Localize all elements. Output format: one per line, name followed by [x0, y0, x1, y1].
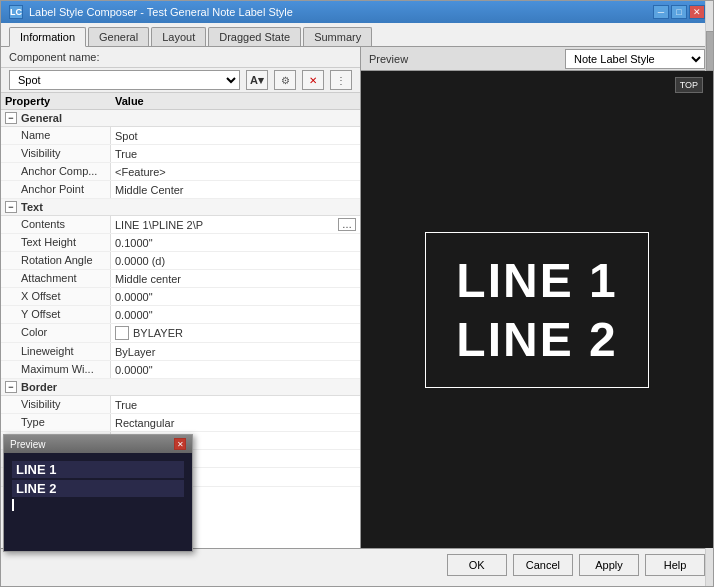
row-type-border: Type Rectangular [1, 414, 360, 432]
color-checkbox-text[interactable] [115, 326, 129, 340]
maximize-button[interactable]: □ [671, 5, 687, 19]
val-text-height[interactable]: 0.1000" [111, 234, 360, 251]
bottom-panel: OK Cancel Apply Help [1, 548, 713, 580]
tab-layout[interactable]: Layout [151, 27, 206, 46]
more-button[interactable]: ⋮ [330, 70, 352, 90]
prop-attachment: Attachment [1, 270, 111, 287]
right-panel: Preview Note Label Style TOP LINE 1 LINE… [361, 47, 713, 548]
component-name-label: Component name: [9, 51, 100, 63]
val-anchor-comp[interactable]: <Feature> [111, 163, 360, 180]
prop-visibility-border: Visibility [1, 396, 111, 413]
ellipsis-btn[interactable]: … [338, 218, 356, 231]
preview-top-label: TOP [675, 77, 703, 93]
row-name: Name Spot [1, 127, 360, 145]
val-contents[interactable]: LINE 1\PLINE 2\P … [111, 216, 360, 233]
text-style-button[interactable]: A▾ [246, 70, 268, 90]
prop-text-height: Text Height [1, 234, 111, 251]
prop-rotation-angle: Rotation Angle [1, 252, 111, 269]
title-bar-left: LC Label Style Composer - Test General N… [9, 5, 293, 19]
expand-text-icon: − [5, 201, 17, 213]
window-title: Label Style Composer - Test General Note… [29, 6, 293, 18]
prop-contents: Contents [1, 216, 111, 233]
preview-canvas: TOP LINE 1 LINE 2 [361, 71, 713, 548]
mini-title-bar: Preview ✕ [4, 435, 192, 453]
val-visibility-border[interactable]: True [111, 396, 360, 413]
val-visibility-gen[interactable]: True [111, 145, 360, 162]
title-controls: ─ □ ✕ [653, 5, 705, 19]
prop-anchor-comp: Anchor Comp... [1, 163, 111, 180]
val-max-width[interactable]: 0.0000" [111, 361, 360, 378]
help-button[interactable]: Help [645, 554, 705, 576]
group-border[interactable]: − Border [1, 379, 360, 396]
val-rotation-angle[interactable]: 0.0000 (d) [111, 252, 360, 269]
mini-line-2: LINE 2 [12, 480, 184, 497]
expand-general-icon: − [5, 112, 17, 124]
tab-summary[interactable]: Summary [303, 27, 372, 46]
val-name[interactable]: Spot [111, 127, 360, 144]
row-lineweight: Lineweight ByLayer [1, 343, 360, 361]
settings-button[interactable]: ⚙ [274, 70, 296, 90]
mini-close-button[interactable]: ✕ [174, 438, 186, 450]
delete-button[interactable]: ✕ [302, 70, 324, 90]
val-y-offset[interactable]: 0.0000" [111, 306, 360, 323]
mini-preview-lines: LINE 1 LINE 2 [4, 453, 192, 519]
prop-name: Name [1, 127, 111, 144]
preview-line-1: LINE 1 [456, 253, 617, 308]
row-anchor-comp: Anchor Comp... <Feature> [1, 163, 360, 181]
row-y-offset: Y Offset 0.0000" [1, 306, 360, 324]
row-text-height: Text Height 0.1000" [1, 234, 360, 252]
group-general[interactable]: − General [1, 110, 360, 127]
row-color-text: Color BYLAYER [1, 324, 360, 343]
row-rotation-angle: Rotation Angle 0.0000 (d) [1, 252, 360, 270]
group-general-label: General [21, 112, 62, 124]
val-lineweight[interactable]: ByLayer [111, 343, 360, 360]
minimize-button[interactable]: ─ [653, 5, 669, 19]
row-visibility-border: Visibility True [1, 396, 360, 414]
tabs-row: Information General Layout Dragged State… [1, 23, 713, 47]
mini-window: Preview ✕ LINE 1 LINE 2 [3, 434, 193, 552]
mini-title-text: Preview [10, 439, 46, 450]
prop-max-width: Maximum Wi... [1, 361, 111, 378]
apply-button[interactable]: Apply [579, 554, 639, 576]
val-attachment[interactable]: Middle center [111, 270, 360, 287]
app-icon: LC [9, 5, 23, 19]
cancel-button[interactable]: Cancel [513, 554, 573, 576]
tab-dragged-state[interactable]: Dragged State [208, 27, 301, 46]
row-visibility-general: Visibility True [1, 145, 360, 163]
tab-information[interactable]: Information [9, 27, 86, 47]
mini-canvas: LINE 1 LINE 2 [4, 453, 192, 551]
val-type-border[interactable]: Rectangular [111, 414, 360, 431]
component-select-row: Spot A▾ ⚙ ✕ ⋮ [1, 68, 360, 93]
row-attachment: Attachment Middle center [1, 270, 360, 288]
prop-anchor-point: Anchor Point [1, 181, 111, 198]
prop-color-text: Color [1, 324, 111, 342]
row-contents: Contents LINE 1\PLINE 2\P … [1, 216, 360, 234]
component-row: Component name: [1, 47, 360, 68]
expand-border-icon: − [5, 381, 17, 393]
row-anchor-point: Anchor Point Middle Center [1, 181, 360, 199]
component-select[interactable]: Spot [9, 70, 240, 90]
preview-style-select[interactable]: Note Label Style [565, 49, 705, 69]
val-anchor-point[interactable]: Middle Center [111, 181, 360, 198]
preview-label: Preview [369, 53, 408, 65]
group-text[interactable]: − Text [1, 199, 360, 216]
mini-line-1: LINE 1 [12, 461, 184, 478]
val-x-offset[interactable]: 0.0000" [111, 288, 360, 305]
main-window: LC Label Style Composer - Test General N… [0, 0, 714, 587]
prop-table-header: Property Value [1, 93, 360, 110]
tab-general[interactable]: General [88, 27, 149, 46]
prop-visibility-gen: Visibility [1, 145, 111, 162]
cursor-indicator [12, 499, 14, 511]
close-button[interactable]: ✕ [689, 5, 705, 19]
ok-button[interactable]: OK [447, 554, 507, 576]
row-max-width: Maximum Wi... 0.0000" [1, 361, 360, 379]
group-text-label: Text [21, 201, 43, 213]
col-property-header: Property [5, 95, 115, 107]
val-color-text[interactable]: BYLAYER [111, 324, 360, 342]
col-value-header: Value [115, 95, 356, 107]
prop-y-offset: Y Offset [1, 306, 111, 323]
preview-line-2: LINE 2 [456, 312, 617, 367]
component-select-wrap: Spot [9, 70, 240, 90]
row-x-offset: X Offset 0.0000" [1, 288, 360, 306]
preview-box: LINE 1 LINE 2 [425, 232, 648, 388]
